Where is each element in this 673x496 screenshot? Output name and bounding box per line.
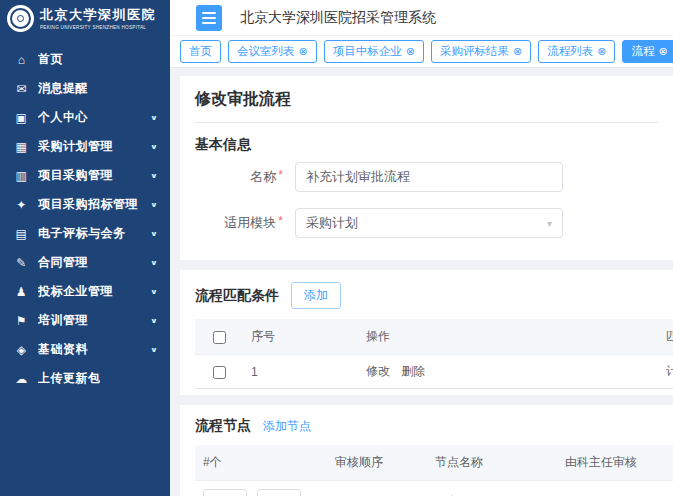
sidebar-item-enterprise[interactable]: ♟ 投标企业管理 ∨ <box>0 277 170 306</box>
sidebar-item-home[interactable]: ⌂ 首页 <box>0 45 170 74</box>
basic-info-section-title: 基本信息 <box>195 136 673 154</box>
tab-label: 首页 <box>189 44 212 59</box>
app-title: 北京大学深圳医院招采管理系统 <box>240 9 436 27</box>
bidding-icon: ✦ <box>14 198 29 212</box>
delete-node-button[interactable]: 删除 <box>257 489 301 496</box>
sidebar-item-label: 项目采购管理 <box>38 167 146 184</box>
caret-down-icon: ▾ <box>547 218 552 229</box>
modify-condition-link[interactable]: 修改 <box>366 364 390 378</box>
flow-nodes-table: #个 审核顺序 节点名称 由科主任审核 修改 删除 1 <box>195 445 673 496</box>
contract-icon: ✎ <box>14 256 29 270</box>
modify-node-button[interactable]: 修改 <box>203 489 247 496</box>
close-icon[interactable]: ⊗ <box>597 46 606 57</box>
hospital-seal-icon <box>7 5 34 32</box>
match-conditions-title: 流程匹配条件 <box>195 287 279 305</box>
close-icon[interactable]: ⊗ <box>513 46 522 57</box>
select-all-cell <box>195 319 243 355</box>
tab-winning-enterprise[interactable]: 项目中标企业 ⊗ <box>324 40 424 63</box>
hospital-name-block: 北京大学深圳医院 PEKING UNIVERSITY SHENZHEN HOSP… <box>40 7 156 30</box>
tab-label: 流程列表 <box>547 44 593 59</box>
profile-icon: ▣ <box>14 111 29 125</box>
basic-info-card: 修改审批流程 基本信息 名称* 适用模块* 采购计划 ▾ <box>180 76 673 260</box>
match-conditions-card: 流程匹配条件 添加 序号 操作 匹配条 <box>180 270 673 395</box>
page-title: 修改审批流程 <box>195 76 658 123</box>
row-checkbox[interactable] <box>213 366 226 379</box>
seal-center <box>17 15 24 22</box>
hospital-name-en: PEKING UNIVERSITY SHENZHEN HOSPITAL <box>40 24 147 30</box>
plan-icon: ▦ <box>14 140 29 154</box>
chevron-down-icon: ∨ <box>150 288 158 296</box>
col-index: 序号 <box>243 319 358 355</box>
chevron-down-icon: ∨ <box>150 346 158 354</box>
chevron-down-icon: ∨ <box>150 230 158 238</box>
table-row: 修改 删除 1 科主任意见 是 <box>195 481 673 496</box>
col-op: #个 <box>195 445 327 481</box>
sidebar-item-evaluation[interactable]: ▤ 电子评标与会务 ∨ <box>0 219 170 248</box>
page-content: 修改审批流程 基本信息 名称* 适用模块* 采购计划 ▾ <box>170 68 673 496</box>
sidebar-item-label: 个人中心 <box>38 109 146 126</box>
sidebar-menu: ⌂ 首页 ✉ 消息提醒 ▣ 个人中心 ∨ ▦ 采购计划管理 ∨ ▥ 项目采购管理… <box>0 36 170 393</box>
message-icon: ✉ <box>14 82 29 96</box>
tab-label: 会议室列表 <box>237 44 295 59</box>
basic-data-icon: ◈ <box>14 343 29 357</box>
module-label-text: 适用模块 <box>224 215 276 230</box>
sidebar-item-messages[interactable]: ✉ 消息提醒 <box>0 74 170 103</box>
sidebar-item-purchase-plan[interactable]: ▦ 采购计划管理 ∨ <box>0 132 170 161</box>
add-condition-button[interactable]: 添加 <box>291 282 341 309</box>
required-asterisk: * <box>278 214 283 228</box>
sidebar-item-profile[interactable]: ▣ 个人中心 ∨ <box>0 103 170 132</box>
chevron-down-icon: ∨ <box>150 172 158 180</box>
table-header-row: #个 审核顺序 节点名称 由科主任审核 <box>195 445 673 481</box>
sidebar-item-label: 上传更新包 <box>38 370 158 387</box>
sidebar-item-label: 合同管理 <box>38 254 146 271</box>
training-icon: ⚑ <box>14 314 29 328</box>
name-input[interactable] <box>295 162 563 192</box>
name-label-text: 名称 <box>250 169 276 184</box>
close-icon[interactable]: ⊗ <box>658 46 667 57</box>
col-order: 审核顺序 <box>327 445 427 481</box>
sidebar-item-label: 电子评标与会务 <box>38 225 146 242</box>
table-row: 1 修改 删除 计划类型 <box>195 355 673 389</box>
flow-nodes-header: 流程节点 添加节点 <box>195 405 673 445</box>
tabs-bar: 首页 会议室列表 ⊗ 项目中标企业 ⊗ 采购评标结果 ⊗ 流程列表 ⊗ 流程 ⊗ <box>170 36 673 68</box>
col-extra: 匹配条件 <box>658 319 673 355</box>
sidebar-item-basic-data[interactable]: ◈ 基础资料 ∨ <box>0 335 170 364</box>
node-name-cell: 科主任意见 <box>427 481 557 496</box>
sidebar-item-contract[interactable]: ✎ 合同管理 ∨ <box>0 248 170 277</box>
sidebar-item-label: 基础资料 <box>38 341 146 358</box>
hamburger-button[interactable] <box>196 5 222 31</box>
name-form-row: 名称* <box>195 162 673 192</box>
node-director-cell: 是 <box>557 481 673 496</box>
hospital-name: 北京大学深圳医院 <box>40 7 156 23</box>
sidebar-item-upload-package[interactable]: ☁ 上传更新包 <box>0 364 170 393</box>
tab-process-list[interactable]: 流程列表 ⊗ <box>538 40 615 63</box>
col-node-name: 节点名称 <box>427 445 557 481</box>
module-form-row: 适用模块* 采购计划 ▾ <box>195 208 673 238</box>
row-action-cell: 修改 删除 <box>358 355 658 389</box>
tab-evaluation-result[interactable]: 采购评标结果 ⊗ <box>431 40 531 63</box>
close-icon[interactable]: ⊗ <box>299 46 308 57</box>
match-conditions-header: 流程匹配条件 添加 <box>195 270 673 319</box>
delete-condition-link[interactable]: 删除 <box>401 364 425 378</box>
add-node-link[interactable]: 添加节点 <box>263 418 311 435</box>
node-actions-cell: 修改 删除 <box>195 481 327 496</box>
tab-meeting-room-list[interactable]: 会议室列表 ⊗ <box>228 40 317 63</box>
project-icon: ▥ <box>14 169 29 183</box>
close-icon[interactable]: ⊗ <box>406 46 415 57</box>
select-all-checkbox[interactable] <box>213 331 226 344</box>
tab-home[interactable]: 首页 <box>180 40 221 63</box>
table-header-row: 序号 操作 匹配条件 <box>195 319 673 355</box>
top-bar: 北京大学深圳医院招采管理系统 <box>170 0 673 36</box>
chevron-down-icon: ∨ <box>150 317 158 325</box>
flow-nodes-title: 流程节点 <box>195 417 251 435</box>
sidebar-item-bidding[interactable]: ✦ 项目采购招标管理 ∨ <box>0 190 170 219</box>
home-icon: ⌂ <box>14 53 29 67</box>
tab-process[interactable]: 流程 ⊗ <box>622 40 673 63</box>
module-select[interactable]: 采购计划 ▾ <box>295 208 563 238</box>
hospital-logo: 北京大学深圳医院 PEKING UNIVERSITY SHENZHEN HOSP… <box>0 0 170 36</box>
module-label: 适用模块* <box>195 214 295 232</box>
sidebar-item-training[interactable]: ⚑ 培训管理 ∨ <box>0 306 170 335</box>
row-extra-cell: 计划类型 <box>658 355 673 389</box>
tab-label: 流程 <box>631 44 654 59</box>
sidebar-item-project-purchase[interactable]: ▥ 项目采购管理 ∨ <box>0 161 170 190</box>
